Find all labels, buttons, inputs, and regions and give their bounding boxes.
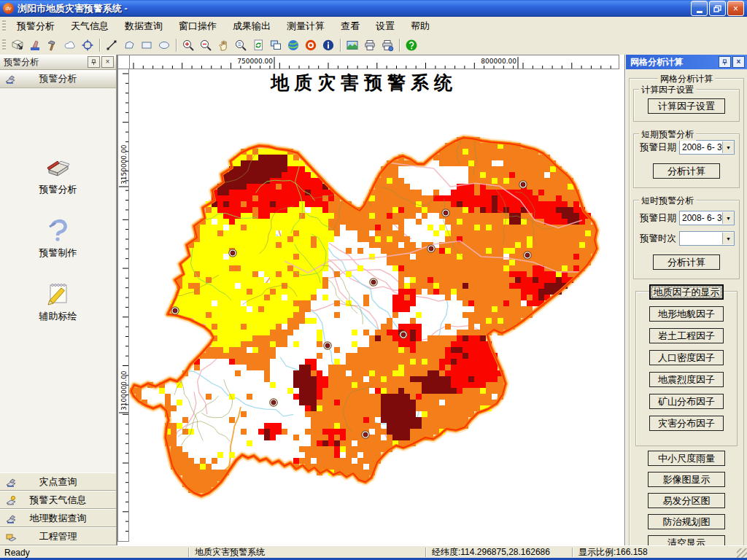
left-panel-pin-button[interactable] <box>88 56 100 68</box>
accordion-item-disaster-point-query[interactable]: 灾点查询 <box>0 472 116 491</box>
status-ready: Ready <box>0 548 188 558</box>
pin-icon <box>721 59 728 66</box>
minimize-button[interactable] <box>691 1 708 16</box>
calc-factor-settings-button[interactable]: 计算因子设置 <box>648 98 725 114</box>
nav-item-label: 预警制作 <box>0 246 116 260</box>
ellipse-tool-icon[interactable] <box>156 37 172 53</box>
left-panel-nav-list: 预警分析预警制作辅助标绘 <box>0 141 116 475</box>
short-time-date-combo[interactable]: 2008- 6- 3 ▼ <box>679 211 735 225</box>
warning-time-combo[interactable]: ▼ <box>679 231 735 246</box>
info-icon[interactable] <box>320 37 336 53</box>
close-icon: × <box>733 4 738 13</box>
crosshair-icon[interactable] <box>80 37 96 53</box>
print-icon[interactable] <box>362 37 378 53</box>
rectangle-tool-icon[interactable] <box>139 37 155 53</box>
menu-item-window-operation[interactable]: 窗口操作 <box>171 19 225 33</box>
help-icon[interactable] <box>403 37 419 53</box>
grid-analysis-group: 网格分析计算 计算因子设置 计算因子设置 短期预警分析 预警日期 2008- 6… <box>629 78 744 560</box>
menu-item-result-output[interactable]: 成果输出 <box>225 19 279 33</box>
geotech-factor-button[interactable]: 岩土工程因子 <box>649 328 724 343</box>
app-icon: dv <box>3 3 14 14</box>
small-medium-rainfall-button[interactable]: 中小尺度雨量 <box>648 451 725 466</box>
svg-text:800000.00: 800000.00 <box>481 58 516 65</box>
population-density-factor-button[interactable]: 人口密度因子 <box>649 350 724 365</box>
zoom-extent-icon[interactable] <box>233 37 249 53</box>
image-map-icon[interactable] <box>344 37 360 53</box>
menu-item-measure-calc[interactable]: 测量计算 <box>279 19 333 33</box>
accordion-header-warning-analysis[interactable]: 预警分析 <box>0 70 116 88</box>
hammer-icon[interactable] <box>44 37 61 53</box>
menu-item-settings[interactable]: 设置 <box>368 19 403 33</box>
menu-item-view[interactable]: 查看 <box>333 19 368 33</box>
calc-factor-group: 计算因子设置 计算因子设置 <box>633 89 740 122</box>
short-time-analysis-calc-button[interactable]: 分析计算 <box>653 254 720 270</box>
accordion-item-project-management[interactable]: 工程管理 <box>0 527 116 545</box>
accordion-item-label: 预警天气信息 <box>30 494 87 507</box>
resize-grip[interactable] <box>737 548 747 559</box>
close-button[interactable]: × <box>727 1 744 16</box>
panel-stamp-icon <box>4 476 18 488</box>
imagery-display-button[interactable]: 影像图显示 <box>648 472 725 487</box>
select-map-icon[interactable] <box>9 37 26 53</box>
menu-grip[interactable] <box>2 20 6 32</box>
zoom-in-icon[interactable] <box>180 37 196 53</box>
right-panel: 网格分析计算 × 网格分析计算 计算因子设置 计算因子设置 短期预警分析 预警日… <box>625 55 747 545</box>
nav-item-warning-production[interactable]: 预警制作 <box>0 215 116 260</box>
accordion-item-geographic-data-query[interactable]: 地理数据查询 <box>0 509 116 527</box>
right-panel-close-button[interactable]: × <box>732 56 745 68</box>
pan-hand-icon[interactable] <box>215 37 231 53</box>
chevron-down-icon[interactable]: ▼ <box>722 141 734 153</box>
disaster-distribution-factor-button[interactable]: 灾害分布因子 <box>649 416 724 431</box>
prevention-plan-map-button[interactable]: 防治规划图 <box>648 514 725 529</box>
line-tool-icon[interactable] <box>104 37 120 53</box>
restore-button[interactable] <box>709 1 726 16</box>
stop-icon[interactable] <box>303 37 319 53</box>
menu-item-warning-analysis[interactable]: 预警分析 <box>9 19 63 33</box>
warning-date-combo[interactable]: 2008- 6- 3 ▼ <box>679 140 735 155</box>
paintbrush-icon[interactable] <box>27 37 43 53</box>
short-term-warning-group: 短期预警分析 预警日期 2008- 6- 3 ▼ 分析计算 <box>633 133 740 188</box>
status-coordinates: 经纬度:114.296875,28.162686 <box>426 546 572 559</box>
cascade-windows-icon[interactable] <box>268 37 284 53</box>
chevron-down-icon[interactable]: ▼ <box>722 212 734 224</box>
menu-item-data-query[interactable]: 数据查询 <box>117 19 171 33</box>
right-panel-title-bar: 网格分析计算 × <box>626 55 747 69</box>
menu-item-weather-info[interactable]: 天气信息 <box>63 19 117 33</box>
nav-item-auxiliary-plotting[interactable]: 辅助标绘 <box>0 279 116 323</box>
nav-item-warning-analysis[interactable]: 预警分析 <box>0 152 116 196</box>
terrain-landform-factor-button[interactable]: 地形地貌因子 <box>649 306 724 322</box>
notepad-icon <box>44 279 73 308</box>
status-scale: 显示比例:166.158 <box>573 546 737 559</box>
factor-buttons-group: 地质因子的显示地形地貌因子岩土工程因子人口密度因子地震烈度因子矿山分布因子灾害分… <box>635 291 738 446</box>
short-term-analysis-calc-button[interactable]: 分析计算 <box>653 163 720 179</box>
geology-factor-display-button[interactable]: 地质因子的显示 <box>649 284 724 300</box>
accordion-header-label: 预警分析 <box>39 72 77 85</box>
toolbar-separator <box>399 39 400 52</box>
short-time-date-value: 2008- 6- 3 <box>680 213 722 223</box>
left-panel-close-button[interactable]: × <box>101 56 114 68</box>
map-canvas[interactable]: 750000.00800000.003150000.003100000.00 <box>117 55 624 542</box>
zoom-out-icon[interactable] <box>198 37 214 53</box>
susceptibility-zoning-map-button[interactable]: 易发分区图 <box>648 493 725 508</box>
svg-text:3150000.00: 3150000.00 <box>120 144 128 184</box>
mine-distribution-factor-button[interactable]: 矿山分布因子 <box>649 394 724 409</box>
globe-icon[interactable] <box>285 37 301 53</box>
right-panel-pin-button[interactable] <box>719 56 731 68</box>
cloud-icon[interactable] <box>62 37 78 53</box>
accordion-item-warning-weather-info[interactable]: 预警天气信息 <box>0 491 116 509</box>
menu-item-help[interactable]: 帮助 <box>403 19 438 33</box>
menu-bar: 预警分析天气信息数据查询窗口操作成果输出测量计算查看设置帮助 <box>0 17 747 36</box>
pin-icon <box>90 59 97 66</box>
refresh-doc-icon[interactable] <box>250 37 266 53</box>
accordion-item-label: 地理数据查询 <box>30 512 87 525</box>
chevron-down-icon[interactable]: ▼ <box>722 233 734 244</box>
toolbar-grip[interactable] <box>2 39 6 51</box>
seismic-intensity-factor-button[interactable]: 地震烈度因子 <box>649 372 724 387</box>
svg-text:3100000.00: 3100000.00 <box>120 370 128 411</box>
polygon-tool-icon[interactable] <box>121 37 137 53</box>
print-setup-icon[interactable] <box>379 37 395 53</box>
warning-date-label: 预警日期 <box>640 141 679 154</box>
minimize-icon <box>697 11 703 13</box>
warning-date-value: 2008- 6- 3 <box>680 142 722 152</box>
short-time-warning-group: 短时预警分析 预警日期 2008- 6- 3 ▼ 预警时次 ▼ 分析计算 <box>633 200 740 279</box>
